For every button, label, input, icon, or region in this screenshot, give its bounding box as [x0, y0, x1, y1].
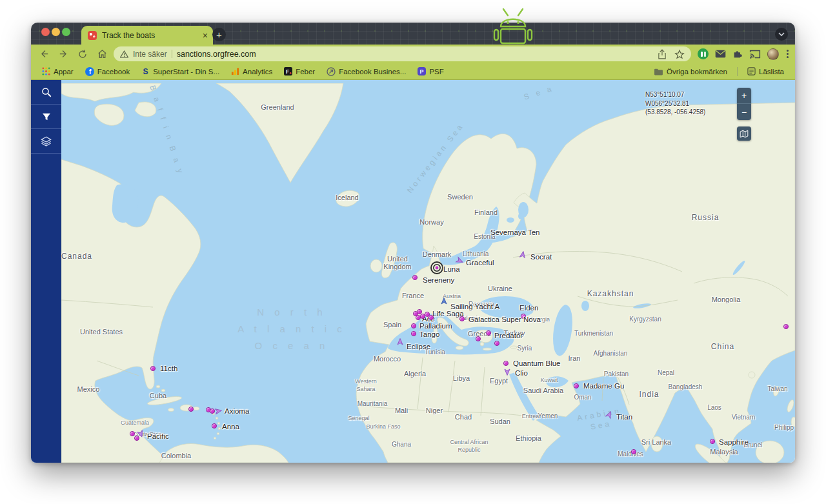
boat-label-predator: Predator: [494, 332, 523, 339]
bookmark-facebook-busines[interactable]: Facebook Busines...: [322, 65, 410, 78]
tab-close-icon[interactable]: ×: [203, 31, 208, 40]
forward-button[interactable]: [55, 46, 71, 62]
reload-button[interactable]: [75, 46, 90, 62]
boat-marker-axioma[interactable]: [214, 407, 223, 418]
browser-window: Track the boats × + Inte säker sanctions…: [31, 23, 795, 463]
pocket-extension-icon[interactable]: [698, 48, 709, 59]
home-button[interactable]: [94, 46, 110, 62]
profile-avatar[interactable]: [767, 48, 779, 60]
sidebar-search-button[interactable]: [31, 80, 61, 105]
boat-marker[interactable]: [783, 324, 789, 329]
home-icon: [97, 48, 108, 59]
window-close-button[interactable]: [41, 28, 50, 36]
boat-label-palladium: Palladium: [419, 322, 452, 330]
boat-marker-eclipse[interactable]: [396, 338, 405, 349]
boat-marker[interactable]: [476, 336, 481, 341]
bookmark-analytics[interactable]: Analytics: [227, 65, 277, 77]
filter-icon: [41, 111, 52, 123]
boat-label-clio: Clio: [515, 369, 528, 377]
boat-label-madame-gu: Madame Gu: [583, 382, 624, 390]
boat-markers-layer: LunaSerenenyGracefulSocratSevernaya TenE…: [61, 83, 795, 463]
address-bar[interactable]: Inte säker sanctions.orgfree.com: [114, 46, 691, 61]
boat-marker[interactable]: [188, 407, 194, 412]
boat-marker-tango[interactable]: [411, 331, 416, 336]
boat-marker[interactable]: [486, 330, 491, 336]
window-zoom-button[interactable]: [62, 28, 70, 36]
browser-tab[interactable]: Track the boats ×: [81, 26, 213, 45]
browser-toolbar: Inte säker sanctions.orgfree.com: [31, 45, 795, 63]
new-tab-button[interactable]: +: [212, 28, 226, 41]
url-text[interactable]: sanctions.orgfree.com: [177, 50, 653, 59]
boat-marker-sereneny[interactable]: [412, 275, 418, 280]
window-minimize-button[interactable]: [52, 28, 60, 36]
bookmarks-left: ApparfFacebookSSuperStart - Din S...Anal…: [37, 65, 649, 78]
facebook-icon: f: [85, 67, 94, 76]
boat-marker[interactable]: [134, 436, 139, 441]
zoom-in-button[interactable]: +: [737, 88, 751, 104]
back-button[interactable]: [36, 46, 52, 62]
reload-icon: [77, 49, 88, 59]
boat-label-eclipse: Eclipse: [407, 343, 430, 350]
boat-marker[interactable]: [428, 315, 434, 320]
bookmark-psf[interactable]: PPSF: [413, 65, 448, 77]
bookmark-facebook[interactable]: fFacebook: [81, 65, 135, 78]
bookmark-label: Appar: [54, 68, 74, 76]
chevron-down-icon: [778, 32, 785, 36]
psf-icon: P: [418, 67, 426, 76]
bookmark-superstart-din-s[interactable]: SSuperStart - Din S...: [137, 65, 224, 77]
boat-marker-quantum-blue[interactable]: [503, 361, 509, 366]
fb-business-icon: [327, 67, 336, 76]
svg-text:S: S: [143, 67, 148, 76]
tab-strip: Track the boats × +: [31, 23, 795, 45]
boat-marker-predator[interactable]: [494, 341, 499, 346]
menu-kebab-icon[interactable]: [785, 48, 790, 59]
boat-marker-galactica-super-nova[interactable]: [459, 316, 465, 321]
tab-strip-chevron-button[interactable]: [775, 28, 788, 41]
warning-icon: [120, 50, 128, 58]
bookmark-l-slista[interactable]: Läslista: [743, 65, 789, 77]
analytics-icon: [231, 67, 239, 76]
sidebar-layers-button[interactable]: [31, 129, 61, 154]
bookmark-label: Facebook: [97, 68, 130, 76]
bookmarks-right: Övriga bokmärkenLäslista: [649, 65, 789, 77]
boat-marker-sapphire[interactable]: [710, 439, 715, 444]
boat-label-severnaya-ten: Severnaya Ten: [490, 228, 540, 236]
boat-marker-madame-gu[interactable]: [574, 383, 579, 388]
boat-marker[interactable]: [210, 408, 215, 414]
boat-marker-anna[interactable]: [212, 423, 217, 428]
svg-text:P: P: [420, 68, 424, 75]
boat-label-tango: Tango: [419, 330, 439, 338]
bookmark-label: Facebook Busines...: [339, 68, 406, 76]
boat-marker-clio[interactable]: [503, 367, 512, 379]
cast-icon[interactable]: [749, 50, 761, 59]
boat-label-axioma: Axioma: [225, 407, 249, 415]
search-icon: [41, 86, 52, 98]
zoom-out-button[interactable]: −: [737, 104, 751, 120]
map-canvas[interactable]: S e aB a f f i n B a yNorwegian SeaN o r…: [61, 80, 795, 463]
boat-marker-sailing-yacht-a[interactable]: [439, 297, 448, 308]
boat-marker-palladium[interactable]: [411, 323, 416, 328]
mail-extension-icon[interactable]: [715, 50, 726, 58]
sidebar-filter-button[interactable]: [31, 105, 61, 129]
boat-marker-titan[interactable]: [605, 410, 614, 422]
extensions-puzzle-icon[interactable]: [732, 49, 743, 59]
tab-favicon: [88, 31, 97, 40]
star-icon[interactable]: [674, 49, 685, 59]
bookmark-vriga-bokm-rken[interactable]: Övriga bokmärken: [649, 66, 732, 77]
page-content: S e aB a f f i n B a yNorwegian SeaN o r…: [31, 80, 795, 463]
boat-label-quantum-blue: Quantum Blue: [513, 359, 561, 367]
boat-label-11cth: 11cth: [160, 365, 177, 372]
boat-label-galactica-super-nova: Galactica Super Nova: [468, 316, 541, 323]
boat-marker-luna[interactable]: [430, 261, 444, 277]
bookmark-feber[interactable]: FFeber: [279, 65, 319, 77]
bookmark-appar[interactable]: Appar: [37, 65, 78, 77]
boat-marker-graceful[interactable]: [455, 256, 464, 268]
boat-marker-socrat[interactable]: [518, 250, 527, 262]
layers-icon: [40, 135, 52, 147]
basemap-button[interactable]: [737, 126, 751, 141]
boat-label-sapphire: Sapphire: [719, 438, 749, 446]
boat-marker-11cth[interactable]: [150, 366, 156, 371]
share-icon[interactable]: [658, 49, 667, 59]
boat-marker[interactable]: [631, 449, 636, 454]
boat-marker[interactable]: [420, 314, 425, 319]
